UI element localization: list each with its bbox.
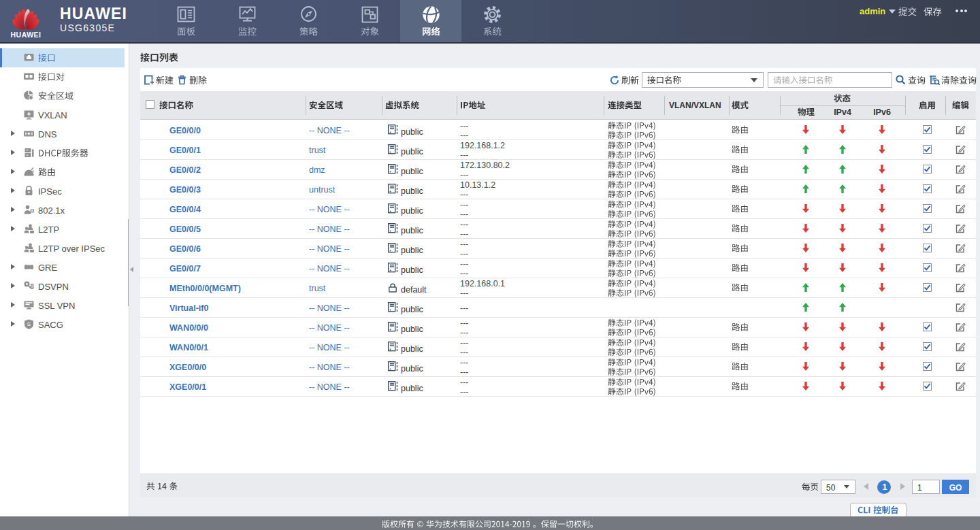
svg-text:S: S	[27, 321, 31, 327]
